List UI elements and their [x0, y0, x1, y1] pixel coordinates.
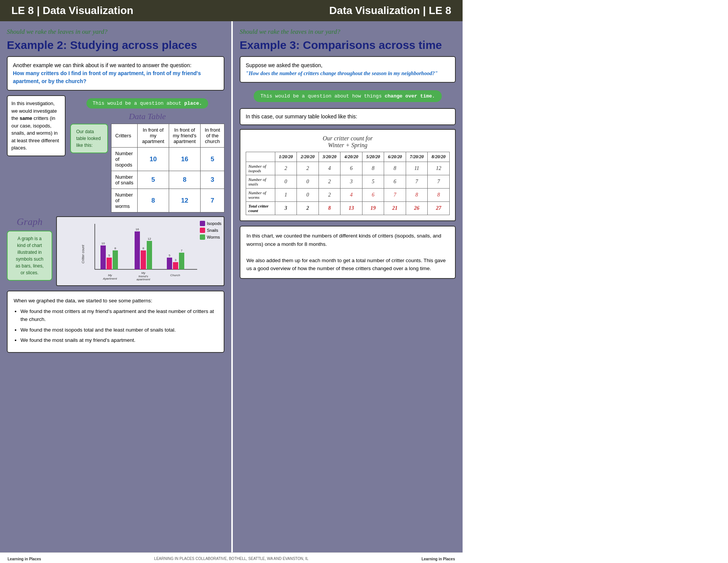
legend-snails-label: Snails: [207, 228, 218, 233]
graph-container: Critter count 10 5 8 My: [56, 216, 224, 286]
critter-col-jul: 7/20/20: [406, 152, 428, 162]
data-table: Critters In front of my apartment In fro…: [111, 124, 224, 212]
bar-apt-worms: [113, 250, 118, 269]
critter-isopods-jan: 2: [275, 162, 297, 175]
bottom-bullet-list: We found the most critters at my friend'…: [20, 307, 218, 344]
critter-worms-feb: 0: [297, 189, 319, 202]
svg-text:apartment: apartment: [136, 278, 151, 281]
svg-text:5: 5: [108, 254, 110, 257]
critter-total-feb: 2: [297, 202, 319, 215]
critter-isopods-feb: 2: [297, 162, 319, 175]
row-worms-v3: 7: [201, 189, 224, 212]
bottom-bullet-3: We found the most snails at my friend's …: [20, 336, 218, 344]
bar-apt-snails: [107, 258, 112, 269]
critter-col-mar: 3/20/20: [318, 152, 340, 162]
critter-snails-aug: 7: [428, 175, 450, 189]
page-header: LE 8 | Data Visualization Data Visualiza…: [0, 0, 463, 21]
table-row: Number of worms 8 12 7: [111, 189, 224, 212]
critter-worms-mar: 2: [318, 189, 340, 202]
right-intro-highlight: "How does the number of critters change …: [246, 71, 438, 76]
col-critters: Critters: [111, 124, 138, 148]
critter-col-jun: 6/20/20: [384, 152, 406, 162]
row-snails-v2: 8: [169, 171, 201, 189]
svg-text:Church: Church: [170, 274, 180, 277]
chart-legend: Isopods Snails Worms: [200, 221, 221, 240]
legend-worms-label: Worms: [207, 235, 220, 239]
critter-table-container: Our critter count forWinter + Spring 1/2…: [240, 129, 456, 221]
critter-col-may: 5/20/20: [362, 152, 384, 162]
table-our-data-wrapper: Our data table looked like this:: [70, 124, 108, 156]
bar-friend-isopods: [135, 231, 140, 269]
place-pill-row: This would be a question about place.: [70, 98, 224, 109]
critter-row-total-label: Total crittercount: [246, 202, 275, 215]
svg-text:8: 8: [115, 247, 116, 250]
table-wrapper: Our data table looked like this: Critter…: [70, 124, 224, 212]
legend-worms-color: [200, 234, 205, 240]
critter-table-header-row: 1/20/20 2/20/20 3/20/20 4/20/20 5/20/20 …: [246, 152, 450, 162]
graph-labels: Graph A graph is a kind of chart illustr…: [7, 216, 52, 281]
critter-total-jan: 3: [275, 202, 297, 215]
footer-org-text: LEARNING IN PLACES COLLABORATIVE, BOTHEL…: [46, 557, 417, 561]
critter-isopods-aug: 12: [428, 162, 450, 175]
page-footer: Learning in Places LEARNING IN PLACES CO…: [0, 552, 463, 563]
critter-isopods-jul: 11: [406, 162, 428, 175]
critter-worms-apr: 4: [340, 189, 362, 202]
header-title-left: LE 8 | Data Visualization: [11, 5, 133, 17]
critter-col-header-label: [246, 152, 275, 162]
bottom-bullet-1: We found the most critters at my friend'…: [20, 307, 218, 324]
bar-chart-svg: Critter count 10 5 8 My: [60, 220, 221, 281]
legend-isopods-color: [200, 221, 205, 226]
critter-snails-mar: 2: [318, 175, 340, 189]
critter-table-row: Number ofisopods 2 2 4 6 8 8 11 12: [246, 162, 450, 175]
header-title-right: Data Visualization | LE 8: [329, 5, 451, 17]
svg-text:12: 12: [148, 237, 151, 241]
row-isopods-v1: 10: [138, 148, 169, 171]
svg-text:7: 7: [181, 249, 183, 252]
bar-friend-worms: [147, 241, 152, 269]
legend-isopods-label: Isopods: [207, 221, 221, 226]
right-bottom-box: In this chart, we counted the numbers of…: [240, 226, 456, 279]
bar-friend-snails: [141, 250, 146, 269]
critter-snails-apr: 3: [340, 175, 362, 189]
right-panel: Should we rake the leaves in our yard? E…: [231, 21, 463, 552]
row-worms-v1: 8: [138, 189, 169, 212]
critter-total-apr: 13: [340, 202, 362, 215]
row-isopods-v2: 16: [169, 148, 201, 171]
critter-worms-jan: 1: [275, 189, 297, 202]
footer-logo-text-right: Learning in Places: [422, 557, 455, 561]
svg-text:My: My: [108, 274, 113, 277]
svg-text:8: 8: [143, 247, 144, 250]
critter-isopods-may: 8: [362, 162, 384, 175]
right-summary-box: In this case, our summary table looked l…: [240, 108, 456, 125]
critter-table-title: Our critter count forWinter + Spring: [246, 135, 450, 149]
data-table-label: Data Table: [70, 112, 224, 121]
critter-row-snails-label: Number ofsnails: [246, 175, 275, 189]
svg-text:5: 5: [169, 254, 171, 257]
critter-total-jun: 21: [384, 202, 406, 215]
critter-isopods-mar: 4: [318, 162, 340, 175]
critter-worms-jun: 7: [384, 189, 406, 202]
investigation-text-box: In this investigation, we would investig…: [7, 95, 66, 156]
critter-isopods-jun: 8: [384, 162, 406, 175]
critter-snails-jul: 7: [406, 175, 428, 189]
legend-isopods: Isopods: [200, 221, 221, 226]
legend-snails-color: [200, 228, 205, 233]
critter-snails-may: 5: [362, 175, 384, 189]
right-bottom-para2: We also added them up for each month to …: [246, 256, 449, 273]
table-header-row: Critters In front of my apartment In fro…: [111, 124, 224, 148]
left-intro-normal: Another example we can think about is if…: [13, 61, 218, 85]
bottom-bullet-2: We found the most isopods total and the …: [20, 326, 218, 334]
critter-total-may: 19: [362, 202, 384, 215]
row-isopods-label: Number of isopods: [111, 148, 138, 171]
time-pill-row: This would be a question about how thing…: [240, 87, 456, 105]
svg-text:Apartment: Apartment: [103, 277, 118, 280]
critter-col-feb: 2/20/20: [297, 152, 319, 162]
right-section-title: Example 3: Comparisons across time: [240, 39, 456, 52]
critter-worms-aug: 8: [428, 189, 450, 202]
left-bottom-box: When we graphed the data, we started to …: [7, 291, 224, 353]
svg-text:3: 3: [175, 258, 177, 262]
legend-snails: Snails: [200, 228, 221, 233]
table-row: Number of snails 5 8 3: [111, 171, 224, 189]
place-question-right: This would be a question about place. Da…: [70, 95, 224, 212]
critter-total-jul: 26: [406, 202, 428, 215]
